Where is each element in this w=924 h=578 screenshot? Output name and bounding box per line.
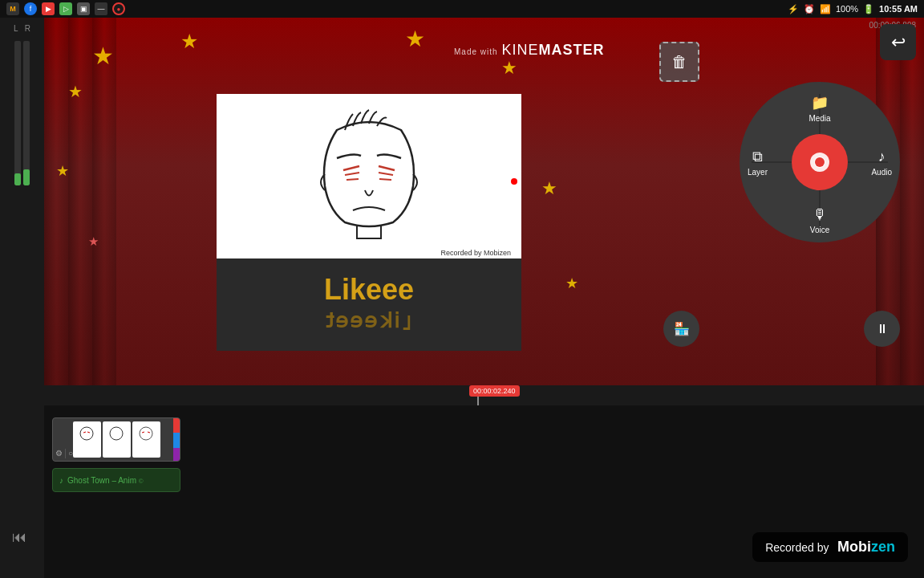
star-2: ★ — [68, 82, 83, 101]
svg-line-14 — [83, 432, 86, 433]
likeee-text: Likeee — [324, 273, 414, 307]
delete-button[interactable]: 🗑 — [659, 42, 699, 82]
star-8: ★ — [88, 234, 99, 249]
curtain-fold-3 — [92, 18, 116, 385]
app-icon-3: ▶ — [42, 2, 55, 15]
media-icon: 📁 — [811, 94, 829, 112]
audio-label: Audio — [871, 168, 892, 177]
star-9: ★ — [565, 275, 578, 292]
app-icon-7: ● — [112, 2, 125, 15]
star-3: ★ — [180, 30, 198, 53]
likeee-area: Likeee ʇǝǝǝʞᴉ˥ — [217, 258, 521, 351]
drawing-area — [217, 94, 521, 263]
thumb-face-1 — [75, 424, 99, 456]
bluetooth-icon: ⚡ — [788, 4, 799, 14]
radial-menu: 📁 Media ⧉ Layer ♪ Audio 🎙 Voice — [740, 82, 900, 242]
lr-label: L R — [14, 24, 30, 33]
battery-label: 100% — [836, 4, 858, 14]
clip-icon-2: ○ — [68, 449, 73, 458]
volume-meter — [14, 41, 30, 185]
curtain-fold-1 — [44, 18, 68, 385]
status-left: M f ▶ ▷ ▣ — ● — [6, 2, 125, 15]
svg-line-2 — [346, 179, 359, 180]
likeee-mirror: ʇǝǝǝʞᴉ˥ — [326, 311, 413, 336]
l-label: L — [14, 24, 18, 33]
r-label: R — [25, 24, 30, 33]
meter-bar-right — [23, 41, 30, 185]
thumb-frame-1 — [73, 421, 101, 458]
video-panel: Recorded by Mobizen Likeee ʇǝǝǝʞᴉ˥ — [217, 94, 521, 351]
audio-clip[interactable]: ♪ Ghost Town – Anim © — [52, 468, 180, 492]
alarm-icon: ⏰ — [804, 4, 815, 14]
made-with-text: Made with — [454, 47, 498, 56]
layer-label: Layer — [748, 168, 768, 177]
kine-text: KINE — [501, 42, 538, 58]
clip-controls: ⚙ ○ — [55, 449, 73, 458]
radial-layer[interactable]: ⧉ Layer — [748, 149, 768, 177]
skip-button[interactable]: ⏮ — [12, 529, 26, 546]
recorded-text: Recorded by — [765, 541, 829, 554]
radial-media[interactable]: 📁 Media — [808, 94, 830, 123]
color-strip — [173, 418, 180, 462]
svg-line-0 — [343, 166, 359, 170]
thumb-face-3 — [134, 424, 158, 456]
radial-audio[interactable]: ♪ Audio — [871, 149, 892, 177]
curtain-fold-2 — [68, 18, 92, 385]
star-4: ★ — [405, 26, 425, 52]
color-purple — [173, 448, 180, 462]
mobizen-brand: Mobizen — [837, 539, 895, 555]
exit-button[interactable]: ↩ — [880, 24, 916, 60]
thumb-frame-2 — [103, 421, 131, 458]
status-right: ⚡ ⏰ 📶 100% 🔋 10:55 AM — [788, 4, 918, 14]
clip-thumbnails — [71, 419, 163, 460]
color-red — [173, 418, 180, 433]
star-5: ★ — [501, 58, 517, 79]
store-icon: 🏪 — [674, 321, 690, 336]
app-icon-2: f — [24, 2, 37, 15]
store-button[interactable]: 🏪 — [663, 311, 699, 347]
layer-icon: ⧉ — [752, 149, 763, 165]
star-1: ★ — [92, 42, 114, 70]
music-icon: ♪ — [59, 476, 63, 485]
record-button[interactable] — [792, 134, 848, 190]
voice-label: Voice — [810, 226, 829, 234]
exit-icon: ↩ — [891, 32, 906, 53]
svg-line-1 — [345, 173, 359, 175]
time-display: 10:55 AM — [879, 4, 918, 14]
master-text: MASTER — [538, 42, 604, 58]
star-6: ★ — [56, 162, 69, 180]
audio-label: Ghost Town – Anim © — [67, 476, 144, 485]
timestamp-badge: 00:00:02.240 — [469, 385, 520, 397]
svg-line-5 — [379, 179, 391, 180]
status-bar: M f ▶ ▷ ▣ — ● ⚡ ⏰ 📶 100% 🔋 10:55 AM — [0, 0, 924, 18]
voice-icon: 🎙 — [813, 206, 827, 223]
media-label: Media — [808, 114, 830, 123]
svg-line-19 — [148, 432, 150, 433]
app-icon-m: M — [6, 2, 19, 15]
pause-icon: ⏸ — [876, 322, 889, 336]
wifi-icon: 📶 — [820, 4, 831, 14]
meter-fill-right — [23, 169, 30, 185]
radial-voice[interactable]: 🎙 Voice — [810, 206, 829, 234]
svg-point-17 — [140, 427, 152, 440]
timeline-header: 00:00:02.240 — [44, 385, 924, 405]
svg-point-12 — [815, 157, 825, 167]
thumb-frame-3 — [132, 421, 160, 458]
mobizen-watermark: Recorded by Mobizen — [752, 532, 908, 562]
trash-icon: 🗑 — [671, 53, 687, 71]
video-clip[interactable]: ⚙ ○ — [52, 417, 180, 462]
timeline-tracks: ⚙ ○ ♪ Ghost Town – Anim © — [44, 405, 924, 504]
svg-point-13 — [80, 427, 93, 440]
svg-line-4 — [379, 173, 393, 175]
app-icon-6: — — [95, 2, 107, 15]
kinemaster-watermark: Made with KINEMASTER — [454, 42, 604, 59]
pause-button[interactable]: ⏸ — [864, 311, 900, 347]
video-track: ⚙ ○ — [52, 417, 916, 462]
face-drawing — [289, 106, 449, 250]
svg-line-18 — [142, 432, 144, 433]
svg-line-3 — [379, 166, 395, 170]
meter-fill-left — [14, 173, 21, 185]
app-icon-5: ▣ — [77, 2, 90, 15]
star-7: ★ — [541, 178, 557, 199]
app-icon-4: ▷ — [59, 2, 72, 15]
